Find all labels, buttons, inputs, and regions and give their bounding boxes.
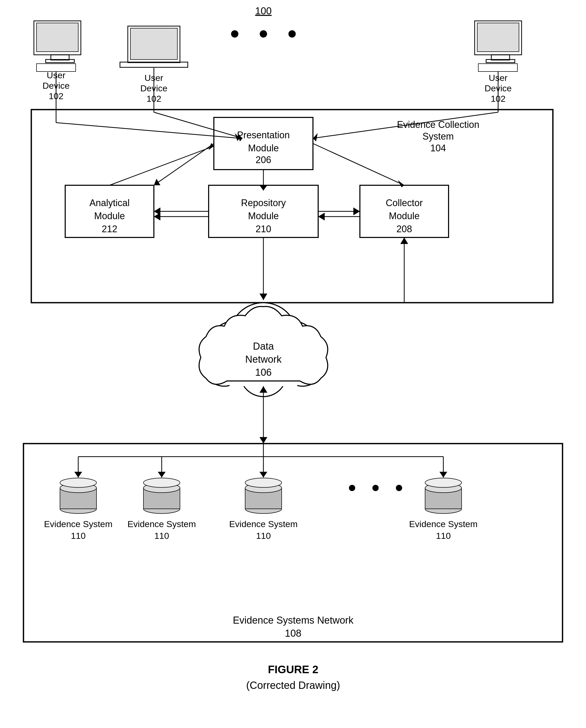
evidence-systems-network-box — [24, 444, 562, 642]
svg-text:108: 108 — [285, 628, 301, 639]
svg-rect-9 — [130, 28, 177, 59]
arrow-pres-to-analytical — [154, 179, 160, 185]
arrow-repo-to-collector — [353, 207, 360, 215]
svg-text:110: 110 — [436, 531, 451, 541]
arrow-presentation-to-repo — [260, 185, 267, 190]
evidence-system-icon-2 — [143, 478, 180, 514]
svg-rect-18 — [478, 64, 517, 72]
svg-text:106: 106 — [255, 367, 271, 378]
svg-text:208: 208 — [396, 224, 412, 234]
svg-point-91 — [425, 478, 461, 488]
svg-point-73 — [60, 478, 97, 488]
svg-text:Analytical: Analytical — [89, 198, 130, 208]
svg-point-85 — [245, 478, 282, 488]
svg-text:Network: Network — [245, 354, 282, 365]
evidence-system-icon-3 — [245, 478, 282, 514]
svg-text:110: 110 — [154, 531, 169, 541]
diagram-title-number: 100 — [255, 5, 271, 17]
svg-text:210: 210 — [256, 224, 271, 234]
svg-text:110: 110 — [71, 531, 86, 541]
svg-text:Evidence Systems Network: Evidence Systems Network — [233, 615, 354, 626]
arrow-network-to-evidence — [260, 437, 267, 444]
svg-point-79 — [143, 478, 180, 488]
arrow-collector-to-repo — [318, 213, 325, 220]
arrow-pres-to-collector — [398, 180, 404, 187]
arrow-repo-to-analytical — [154, 213, 160, 220]
arrow-to-evidence1 — [74, 472, 82, 477]
user-device-1: User Device 102 — [34, 21, 81, 101]
svg-text:Module: Module — [94, 211, 125, 221]
svg-text:Module: Module — [248, 211, 279, 221]
svg-text:Evidence System: Evidence System — [409, 519, 478, 529]
svg-text:Repository: Repository — [241, 198, 286, 208]
arrow-repo-to-network — [260, 293, 267, 300]
svg-text:Data: Data — [253, 341, 274, 352]
arrow-device3-to-presentation — [313, 133, 318, 141]
figure-caption-subtitle: (Corrected Drawing) — [246, 679, 340, 691]
svg-text:Module: Module — [248, 143, 279, 153]
svg-text:Presentation: Presentation — [237, 130, 290, 140]
dot-3 — [288, 30, 296, 37]
arrow-to-evidence2 — [158, 472, 166, 477]
evidence-system-icon-1 — [60, 478, 97, 514]
dot-1 — [231, 30, 238, 37]
main-diagram-svg: 100 User Device 102 User Device 102 — [0, 0, 586, 728]
arrow-to-evidence3 — [260, 472, 267, 477]
figure-caption-title: FIGURE 2 — [268, 663, 318, 676]
dot-2 — [260, 30, 267, 37]
svg-text:Evidence System: Evidence System — [44, 519, 113, 529]
svg-text:Module: Module — [389, 211, 420, 221]
svg-line-49 — [313, 144, 404, 185]
evidence-dot-2 — [372, 485, 379, 491]
diagram-container: 100 User Device 102 User Device 102 — [0, 0, 586, 728]
svg-text:System: System — [423, 131, 454, 142]
arrow-external-to-collector — [400, 237, 408, 244]
svg-text:212: 212 — [102, 224, 117, 234]
evidence-dot-1 — [349, 485, 355, 491]
svg-text:110: 110 — [256, 531, 271, 541]
svg-text:Evidence System: Evidence System — [128, 519, 196, 529]
svg-text:Collector: Collector — [386, 198, 423, 208]
svg-text:206: 206 — [256, 154, 271, 165]
svg-text:104: 104 — [430, 143, 446, 153]
arrow-to-evidence4 — [440, 472, 447, 477]
svg-rect-1 — [36, 23, 78, 52]
evidence-dot-3 — [396, 485, 402, 491]
svg-text:Evidence System: Evidence System — [229, 519, 298, 529]
svg-text:Evidence Collection: Evidence Collection — [397, 119, 479, 130]
evidence-system-icon-4 — [425, 478, 461, 514]
svg-line-23 — [56, 123, 240, 138]
svg-rect-15 — [477, 23, 519, 52]
